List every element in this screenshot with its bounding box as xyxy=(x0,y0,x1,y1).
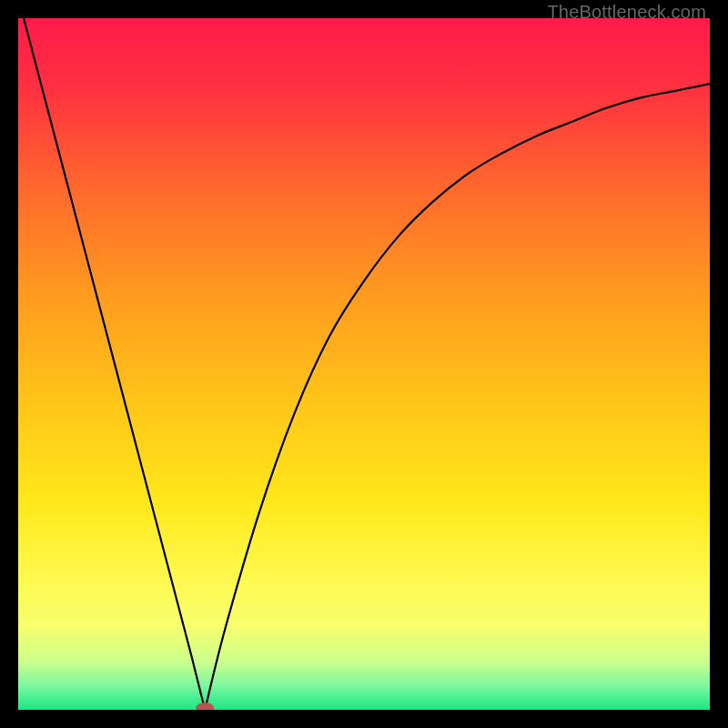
bottleneck-chart xyxy=(18,18,710,710)
chart-frame xyxy=(18,18,710,710)
chart-background xyxy=(18,18,710,710)
